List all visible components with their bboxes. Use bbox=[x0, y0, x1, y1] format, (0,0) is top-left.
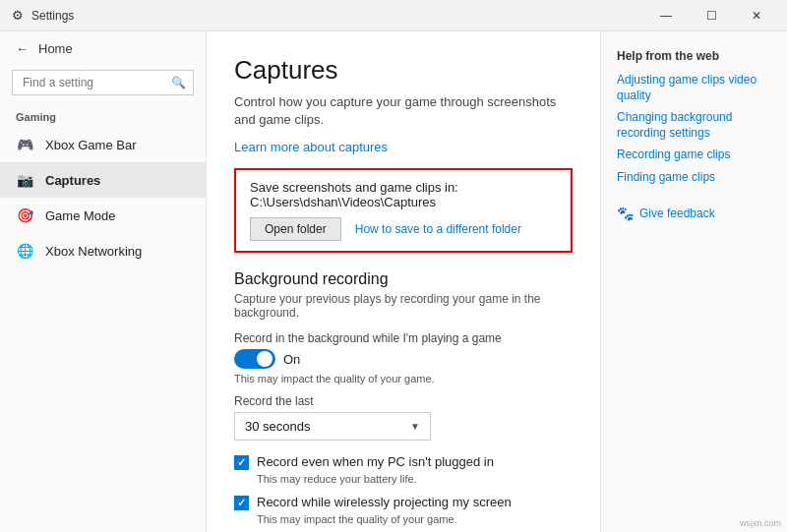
xbox-game-bar-icon: 🎮 bbox=[16, 136, 33, 153]
title-bar-title: Settings bbox=[31, 9, 74, 23]
help-link-3[interactable]: Recording game clips bbox=[617, 148, 771, 163]
sidebar-home-label: Home bbox=[38, 41, 73, 56]
back-icon: ← bbox=[16, 41, 29, 56]
feedback-row[interactable]: 🐾 Give feedback bbox=[617, 206, 771, 221]
sidebar-back-button[interactable]: ← Home bbox=[0, 31, 206, 66]
checkbox-row-2: ✓ Record while wirelessly projecting my … bbox=[234, 495, 573, 510]
sidebar-item-label: Xbox Game Bar bbox=[45, 138, 137, 152]
checkbox-label-1: Record even when my PC isn't plugged in bbox=[257, 454, 494, 469]
save-path-box: Save screenshots and game clips in: C:\U… bbox=[234, 168, 573, 253]
sidebar-item-captures[interactable]: 📷 Captures ← bbox=[0, 162, 206, 198]
background-toggle[interactable] bbox=[234, 349, 275, 369]
record-last-value: 30 seconds bbox=[245, 419, 311, 434]
app-container: ← Home 🔍 Gaming 🎮 Xbox Game Bar 📷 Captur… bbox=[0, 31, 787, 532]
background-toggle-row: On bbox=[234, 349, 573, 369]
record-last-label: Record the last bbox=[234, 394, 573, 408]
record-last-dropdown[interactable]: 30 seconds ▼ bbox=[234, 412, 431, 441]
close-button[interactable]: ✕ bbox=[734, 0, 779, 31]
background-recording-heading: Background recording bbox=[234, 270, 573, 288]
toggle-label: Record in the background while I'm playi… bbox=[234, 331, 573, 345]
checkmark-icon-2: ✓ bbox=[237, 497, 246, 509]
checkbox-helper-2: This may impact the quality of your game… bbox=[257, 513, 573, 525]
toggle-helper-text: This may impact the quality of your game… bbox=[234, 373, 573, 384]
page-title: Captures bbox=[234, 55, 573, 86]
page-subtitle: Control how you capture your game throug… bbox=[234, 93, 573, 129]
captures-icon: 📷 bbox=[16, 171, 33, 189]
right-panel-heading: Help from the web bbox=[617, 49, 771, 63]
checkbox-helper-1: This may reduce your battery life. bbox=[257, 473, 573, 485]
sidebar-section-label: Gaming bbox=[0, 105, 206, 127]
toggle-knob bbox=[257, 351, 272, 367]
save-path-actions: Open folder How to save to a different f… bbox=[250, 217, 557, 241]
minimize-button[interactable]: — bbox=[643, 0, 689, 31]
xbox-networking-icon: 🌐 bbox=[16, 242, 33, 260]
chevron-down-icon: ▼ bbox=[410, 421, 420, 432]
sidebar: ← Home 🔍 Gaming 🎮 Xbox Game Bar 📷 Captur… bbox=[0, 31, 207, 532]
save-different-link[interactable]: How to save to a different folder bbox=[355, 222, 521, 236]
sidebar-item-game-mode[interactable]: 🎯 Game Mode bbox=[0, 198, 206, 233]
settings-icon: ⚙ bbox=[12, 8, 24, 23]
checkbox-label-2: Record while wirelessly projecting my sc… bbox=[257, 495, 512, 509]
feedback-link[interactable]: Give feedback bbox=[639, 207, 715, 220]
sidebar-item-label: Game Mode bbox=[45, 208, 116, 223]
sidebar-search-container: 🔍 bbox=[12, 70, 194, 95]
right-panel: Help from the web Adjusting game clips v… bbox=[600, 31, 787, 532]
title-bar: ⚙ Settings — ☐ ✕ bbox=[0, 0, 787, 31]
checkbox-projecting[interactable]: ✓ bbox=[234, 496, 249, 510]
game-mode-icon: 🎯 bbox=[16, 207, 33, 224]
sidebar-item-xbox-game-bar[interactable]: 🎮 Xbox Game Bar bbox=[0, 127, 206, 162]
title-bar-controls: — ☐ ✕ bbox=[643, 0, 779, 31]
sidebar-item-xbox-networking[interactable]: 🌐 Xbox Networking bbox=[0, 233, 206, 268]
feedback-icon: 🐾 bbox=[617, 206, 634, 221]
checkbox-plugged-in[interactable]: ✓ bbox=[234, 455, 249, 470]
help-link-1[interactable]: Adjusting game clips video quality bbox=[617, 73, 771, 103]
help-link-4[interactable]: Finding game clips bbox=[617, 170, 771, 186]
learn-more-link[interactable]: Learn more about captures bbox=[234, 140, 388, 154]
search-input[interactable] bbox=[12, 70, 194, 95]
save-path-text: Save screenshots and game clips in: C:\U… bbox=[250, 180, 557, 209]
toggle-state-label: On bbox=[283, 352, 300, 367]
background-recording-desc: Capture your previous plays by recording… bbox=[234, 292, 573, 320]
main-content: Captures Control how you capture your ga… bbox=[207, 31, 600, 532]
help-link-2[interactable]: Changing background recording settings bbox=[617, 110, 771, 141]
checkbox-row-1: ✓ Record even when my PC isn't plugged i… bbox=[234, 454, 573, 470]
title-bar-left: ⚙ Settings bbox=[12, 8, 74, 23]
watermark: wsjxn.com bbox=[740, 518, 781, 528]
open-folder-button[interactable]: Open folder bbox=[250, 217, 341, 241]
maximize-button[interactable]: ☐ bbox=[689, 0, 734, 31]
checkmark-icon: ✓ bbox=[237, 456, 246, 469]
sidebar-item-label: Xbox Networking bbox=[45, 244, 142, 259]
search-icon: 🔍 bbox=[171, 76, 186, 89]
sidebar-item-label: Captures bbox=[45, 173, 100, 188]
